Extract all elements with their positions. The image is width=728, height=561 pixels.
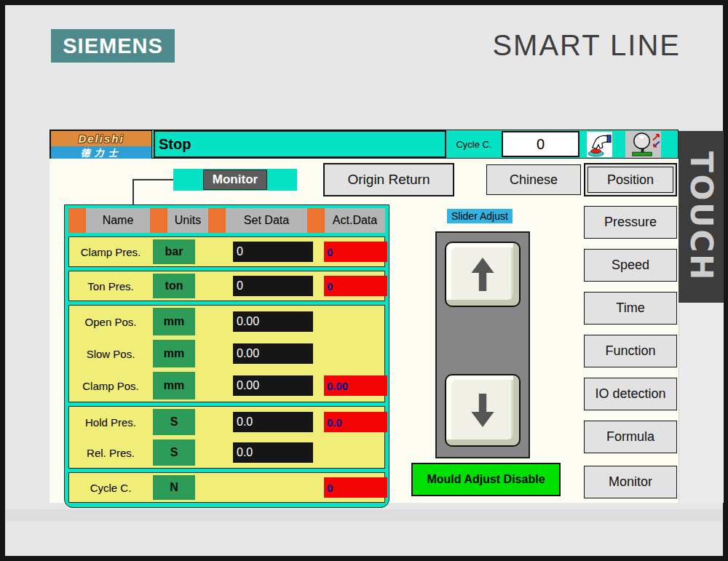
nav-button-formula[interactable]: Formula bbox=[584, 421, 677, 453]
column-header-act-data: Act.Data bbox=[325, 208, 385, 233]
table-row: Ton Pres. ton 0 0 bbox=[69, 271, 384, 301]
bezel-shadow bbox=[6, 509, 722, 521]
arrow-down-icon bbox=[468, 391, 497, 429]
nav-button-pressure[interactable]: Pressure bbox=[584, 206, 677, 239]
header-separator bbox=[68, 208, 86, 233]
alarm-bell-icon[interactable] bbox=[625, 131, 661, 158]
row-unit: N bbox=[153, 475, 195, 500]
row-unit: S bbox=[153, 409, 195, 435]
row-unit: ton bbox=[153, 274, 195, 298]
column-header-units: Units bbox=[167, 208, 208, 233]
table-row: Cycle C. N 0 bbox=[69, 473, 384, 502]
header-separator bbox=[307, 208, 325, 233]
touch-branding-text: TOUCH bbox=[686, 151, 716, 282]
act-data-value: 0 bbox=[324, 242, 387, 262]
set-data-field[interactable]: 0.0 bbox=[233, 412, 313, 432]
table-row: Clamp Pos. mm 0.00 0.00 bbox=[69, 370, 384, 402]
siemens-logo: SIEMENS bbox=[51, 29, 175, 63]
row-name: Open Pos. bbox=[69, 306, 152, 338]
table-row: Open Pos. mm 0.00 bbox=[69, 306, 384, 338]
header-separator bbox=[208, 208, 226, 233]
row-unit: mm bbox=[153, 340, 195, 367]
vendor-logo-chinese: 德力士 bbox=[51, 146, 151, 159]
row-unit: bar bbox=[153, 239, 195, 264]
table-row: Clamp Pres. bar 0 0 bbox=[69, 237, 384, 266]
act-data-value: 0 bbox=[324, 477, 387, 498]
column-header-set-data: Set Data bbox=[226, 208, 307, 233]
vendor-logo-text: Delishi bbox=[51, 131, 151, 146]
table-header: Name Units Set Data Act.Data bbox=[68, 208, 385, 233]
row-name: Hold Pres. bbox=[69, 407, 152, 437]
product-name: SMART LINE bbox=[492, 29, 681, 62]
slider-up-button[interactable] bbox=[445, 242, 521, 307]
row-unit: S bbox=[153, 439, 195, 466]
monitor-tag: Monitor bbox=[173, 169, 297, 191]
hand-press-icon[interactable] bbox=[587, 132, 612, 157]
row-name: Clamp Pres. bbox=[69, 237, 152, 266]
header-separator bbox=[150, 208, 167, 233]
monitor-leader-line-vertical bbox=[132, 179, 134, 205]
data-table: Name Units Set Data Act.Data Clamp Pres.… bbox=[64, 204, 389, 508]
table-group: Cycle C. N 0 bbox=[68, 472, 385, 503]
set-data-field[interactable]: 0.0 bbox=[233, 442, 313, 463]
set-data-field[interactable]: 0.00 bbox=[233, 311, 313, 332]
touch-branding: TOUCH bbox=[678, 131, 724, 303]
table-row: Slow Pos. mm 0.00 bbox=[69, 338, 384, 370]
origin-return-button[interactable]: Origin Return bbox=[323, 163, 454, 196]
touch-bar-extension bbox=[678, 303, 724, 503]
nav-button-function[interactable]: Function bbox=[584, 335, 677, 367]
act-data-value: 0.0 bbox=[324, 412, 387, 432]
row-name: Rel. Pres. bbox=[69, 437, 152, 468]
slider-down-button[interactable] bbox=[445, 374, 521, 447]
nav-button-speed[interactable]: Speed bbox=[584, 249, 677, 282]
nav-button-monitor[interactable]: Monitor bbox=[584, 466, 677, 498]
cycle-count-value: 0 bbox=[502, 131, 579, 157]
monitor-tag-label: Monitor bbox=[203, 170, 267, 190]
table-row: Hold Pres. S 0.0 0.0 bbox=[69, 407, 384, 437]
row-name: Cycle C. bbox=[69, 473, 152, 502]
status-bar: Delishi 德力士 Stop Cycle C. 0 bbox=[50, 130, 678, 159]
slider-adjust-label: Slider Adjust bbox=[447, 209, 513, 223]
table-group: Clamp Pres. bar 0 0 bbox=[68, 236, 385, 267]
set-data-field[interactable]: 0 bbox=[233, 276, 313, 296]
nav-button-io-detection[interactable]: IO detection bbox=[584, 378, 677, 410]
set-data-field[interactable]: 0 bbox=[233, 242, 313, 262]
table-group: Hold Pres. S 0.0 0.0 Rel. Pres. S 0.0 bbox=[68, 406, 385, 469]
row-unit: mm bbox=[153, 308, 195, 335]
act-data-value: 0 bbox=[324, 276, 387, 296]
monitor-leader-line bbox=[132, 179, 175, 180]
mould-adjust-button[interactable]: Mould Adjust Disable bbox=[411, 463, 561, 496]
table-group: Open Pos. mm 0.00 Slow Pos. mm 0.00 Clam… bbox=[68, 305, 385, 402]
hmi-screen: Delishi 德力士 Stop Cycle C. 0 bbox=[50, 130, 678, 503]
cycle-count-label: Cycle C. bbox=[448, 130, 500, 158]
set-data-field[interactable]: 0.00 bbox=[233, 375, 313, 396]
language-button[interactable]: Chinese bbox=[486, 164, 581, 195]
row-name: Clamp Pos. bbox=[69, 370, 152, 402]
table-group: Ton Pres. ton 0 0 bbox=[68, 271, 385, 301]
device-bezel: SIEMENS SMART LINE Delishi 德力士 Stop Cycl… bbox=[0, 0, 728, 561]
row-unit: mm bbox=[153, 372, 195, 399]
set-data-field[interactable]: 0.00 bbox=[233, 343, 313, 364]
vendor-logo: Delishi 德力士 bbox=[50, 130, 152, 158]
column-header-name: Name bbox=[86, 208, 150, 233]
act-data-value: 0.00 bbox=[324, 375, 387, 396]
slider-panel bbox=[435, 231, 530, 458]
table-row: Rel. Pres. S 0.0 bbox=[69, 437, 384, 468]
row-name: Ton Pres. bbox=[69, 271, 152, 301]
nav-button-position[interactable]: Position bbox=[584, 163, 677, 196]
arrow-up-icon bbox=[468, 255, 497, 293]
nav-button-time[interactable]: Time bbox=[584, 292, 677, 325]
machine-status: Stop bbox=[154, 130, 446, 158]
row-name: Slow Pos. bbox=[69, 338, 152, 370]
